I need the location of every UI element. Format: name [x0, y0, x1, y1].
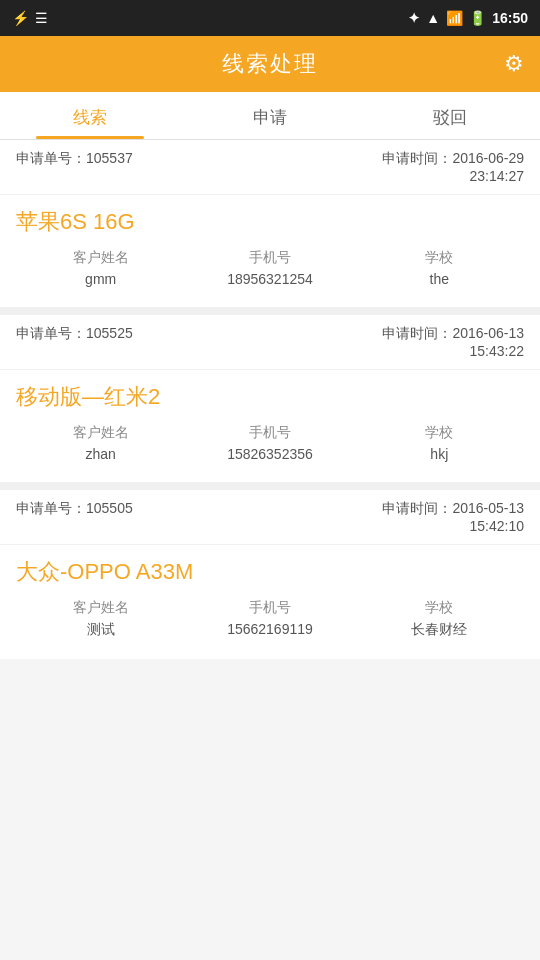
card-order-0: 申请单号：105537	[16, 150, 133, 168]
card-header-1: 申请单号：105525 申请时间：2016-06-1315:43:22	[0, 315, 540, 370]
card-header-0: 申请单号：105537 申请时间：2016-06-2923:14:27	[0, 140, 540, 195]
tab-bar: 线索 申请 驳回	[0, 92, 540, 140]
value-1-1: 15826352356	[185, 446, 354, 462]
app-header: 线索处理 ⚙	[0, 36, 540, 92]
clock: 16:50	[492, 10, 528, 26]
card-0[interactable]: 申请单号：105537 申请时间：2016-06-2923:14:27 苹果6S…	[0, 140, 540, 307]
gear-icon[interactable]: ⚙	[504, 51, 524, 77]
value-0-1: 18956321254	[185, 271, 354, 287]
card-order-2: 申请单号：105505	[16, 500, 133, 518]
app-icon: ☰	[35, 10, 48, 26]
tab-apply[interactable]: 申请	[180, 92, 360, 139]
signal-icon: 📶	[446, 10, 463, 26]
label-2-1: 手机号	[185, 599, 354, 617]
card-body-2: 大众-OPPO A33M 客户姓名手机号学校 测试15662169119长春财经	[0, 545, 540, 659]
battery-icon: 🔋	[469, 10, 486, 26]
label-0-0: 客户姓名	[16, 249, 185, 267]
card-time-0: 申请时间：2016-06-2923:14:27	[382, 150, 524, 184]
label-0-2: 学校	[355, 249, 524, 267]
value-2-0: 测试	[16, 621, 185, 639]
card-labels-row-2: 客户姓名手机号学校	[16, 599, 524, 617]
tab-apply-label: 申请	[253, 108, 287, 127]
usb-icon: ⚡	[12, 10, 29, 26]
card-2[interactable]: 申请单号：105505 申请时间：2016-05-1315:42:10 大众-O…	[0, 490, 540, 659]
value-2-2: 长春财经	[355, 621, 524, 639]
status-bar: ⚡ ☰ ✦ ▲ 📶 🔋 16:50	[0, 0, 540, 36]
card-product-2: 大众-OPPO A33M	[16, 557, 524, 587]
value-2-1: 15662169119	[185, 621, 354, 639]
label-2-2: 学校	[355, 599, 524, 617]
card-labels-row-0: 客户姓名手机号学校	[16, 249, 524, 267]
content-area: 申请单号：105537 申请时间：2016-06-2923:14:27 苹果6S…	[0, 140, 540, 659]
tab-reject-label: 驳回	[433, 108, 467, 127]
label-1-2: 学校	[355, 424, 524, 442]
card-time-2: 申请时间：2016-05-1315:42:10	[382, 500, 524, 534]
label-1-0: 客户姓名	[16, 424, 185, 442]
label-2-0: 客户姓名	[16, 599, 185, 617]
card-product-1: 移动版—红米2	[16, 382, 524, 412]
bluetooth-icon: ✦	[408, 10, 420, 26]
label-0-1: 手机号	[185, 249, 354, 267]
header-title: 线索处理	[222, 49, 318, 79]
card-values-row-2: 测试15662169119长春财经	[16, 621, 524, 639]
card-1[interactable]: 申请单号：105525 申请时间：2016-06-1315:43:22 移动版—…	[0, 315, 540, 482]
value-0-0: gmm	[16, 271, 185, 287]
card-body-0: 苹果6S 16G 客户姓名手机号学校 gmm18956321254the	[0, 195, 540, 307]
tab-clue-label: 线索	[73, 108, 107, 127]
value-1-2: hkj	[355, 446, 524, 462]
tab-clue[interactable]: 线索	[0, 92, 180, 139]
card-labels-row-1: 客户姓名手机号学校	[16, 424, 524, 442]
card-order-1: 申请单号：105525	[16, 325, 133, 343]
value-1-0: zhan	[16, 446, 185, 462]
value-0-2: the	[355, 271, 524, 287]
label-1-1: 手机号	[185, 424, 354, 442]
wifi-icon: ▲	[426, 10, 440, 26]
card-product-0: 苹果6S 16G	[16, 207, 524, 237]
status-left: ⚡ ☰	[12, 10, 48, 26]
card-values-row-0: gmm18956321254the	[16, 271, 524, 287]
card-time-1: 申请时间：2016-06-1315:43:22	[382, 325, 524, 359]
tab-reject[interactable]: 驳回	[360, 92, 540, 139]
card-header-2: 申请单号：105505 申请时间：2016-05-1315:42:10	[0, 490, 540, 545]
status-right: ✦ ▲ 📶 🔋 16:50	[408, 10, 528, 26]
card-body-1: 移动版—红米2 客户姓名手机号学校 zhan15826352356hkj	[0, 370, 540, 482]
card-values-row-1: zhan15826352356hkj	[16, 446, 524, 462]
